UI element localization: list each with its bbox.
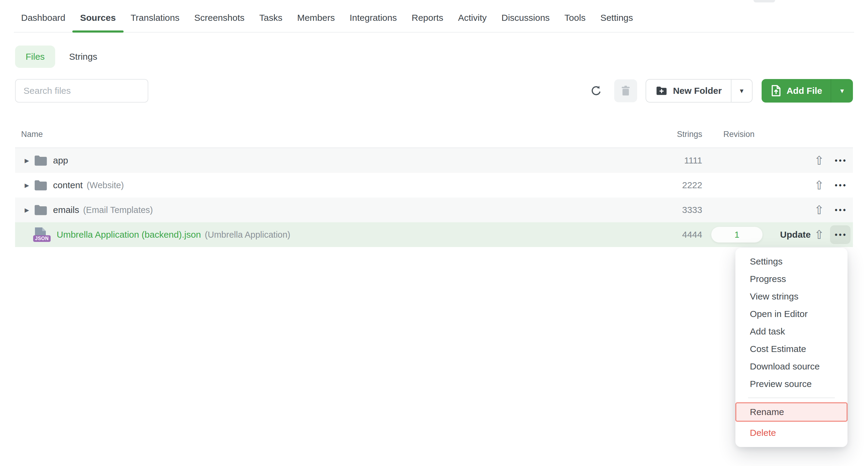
- new-folder-split-button: New Folder ▾: [646, 79, 752, 103]
- header-revision: Revision: [702, 130, 772, 139]
- table-row-folder-emails[interactable]: ▶ emails (Email Templates) 3333 ⇧ •••: [15, 198, 853, 222]
- menu-item-open-in-editor[interactable]: Open in Editor: [735, 305, 847, 323]
- expand-caret-icon[interactable]: ▶: [21, 157, 33, 164]
- nav-screenshots[interactable]: Screenshots: [194, 13, 244, 32]
- menu-item-progress[interactable]: Progress: [735, 270, 847, 288]
- header-name: Name: [15, 130, 663, 139]
- table-header: Name Strings Revision: [15, 130, 853, 148]
- menu-item-cost-estimate[interactable]: Cost Estimate: [735, 340, 847, 358]
- nav-sources[interactable]: Sources: [80, 13, 116, 32]
- revision-badge[interactable]: 1: [711, 227, 763, 242]
- refresh-button[interactable]: [587, 82, 605, 100]
- folder-plus-icon: [655, 84, 668, 97]
- header-strings: Strings: [663, 130, 702, 139]
- menu-item-add-task[interactable]: Add task: [735, 323, 847, 340]
- add-file-dropdown[interactable]: ▾: [831, 79, 853, 103]
- project-nav: Dashboard Sources Translations Screensho…: [14, 0, 854, 33]
- files-toolbar: New Folder ▾ Add File: [15, 79, 853, 103]
- new-folder-button[interactable]: New Folder: [646, 80, 731, 102]
- add-file-split-button: Add File ▾: [762, 79, 853, 103]
- upload-icon[interactable]: ⇧: [814, 203, 824, 217]
- folder-name[interactable]: content: [53, 180, 83, 190]
- row-menu-button-active[interactable]: •••: [830, 225, 850, 244]
- folder-title-suffix: (Email Templates): [83, 205, 153, 215]
- folder-name[interactable]: app: [53, 155, 68, 166]
- folder-icon: [34, 204, 48, 216]
- nav-tasks[interactable]: Tasks: [259, 13, 282, 32]
- json-file-icon: JSON: [33, 228, 51, 241]
- new-folder-dropdown[interactable]: ▾: [731, 80, 752, 102]
- file-title-suffix: (Umbrella Application): [205, 230, 290, 240]
- menu-item-download-source[interactable]: Download source: [735, 358, 847, 375]
- chevron-down-icon: ▾: [840, 87, 844, 95]
- strings-count: 3333: [663, 205, 702, 215]
- add-file-label: Add File: [786, 86, 822, 96]
- expand-caret-icon[interactable]: ▶: [21, 207, 33, 213]
- strings-count: 2222: [663, 180, 702, 190]
- nav-members[interactable]: Members: [297, 13, 335, 32]
- strings-count: 4444: [663, 230, 702, 240]
- table-row-folder-app[interactable]: ▶ app 1111 ⇧ •••: [15, 148, 853, 173]
- refresh-icon: [589, 84, 603, 98]
- nav-tools[interactable]: Tools: [564, 13, 586, 32]
- nav-activity[interactable]: Activity: [458, 13, 487, 32]
- update-link[interactable]: Update: [780, 230, 811, 239]
- delete-selected-button[interactable]: [614, 79, 637, 102]
- nav-settings[interactable]: Settings: [600, 13, 633, 32]
- nav-translations[interactable]: Translations: [130, 13, 179, 32]
- cutoff-top-element: [753, 0, 775, 2]
- row-menu-button[interactable]: •••: [830, 151, 850, 170]
- file-context-menu: Settings Progress View strings Open in E…: [735, 248, 847, 447]
- new-folder-label: New Folder: [673, 86, 722, 96]
- menu-item-view-strings[interactable]: View strings: [735, 288, 847, 305]
- file-name-link[interactable]: Umbrella Application (backend).json: [57, 230, 201, 240]
- folder-title-suffix: (Website): [87, 180, 124, 190]
- nav-reports[interactable]: Reports: [412, 13, 443, 32]
- row-menu-button[interactable]: •••: [830, 176, 850, 195]
- trash-icon: [619, 84, 632, 97]
- upload-icon[interactable]: ⇧: [814, 178, 824, 192]
- nav-dashboard[interactable]: Dashboard: [21, 13, 65, 32]
- nav-integrations[interactable]: Integrations: [350, 13, 397, 32]
- chevron-down-icon: ▾: [740, 87, 744, 95]
- folder-name[interactable]: emails: [53, 205, 79, 215]
- menu-divider: [748, 398, 835, 398]
- menu-item-rename-highlighted[interactable]: Rename: [735, 402, 847, 422]
- expand-caret-icon[interactable]: ▶: [21, 182, 33, 189]
- menu-item-settings[interactable]: Settings: [735, 253, 847, 270]
- menu-item-preview-source[interactable]: Preview source: [735, 375, 847, 393]
- search-input[interactable]: [15, 79, 148, 103]
- table-row-folder-content[interactable]: ▶ content (Website) 2222 ⇧ •••: [15, 173, 853, 198]
- folder-icon: [34, 179, 48, 191]
- row-menu-button[interactable]: •••: [830, 201, 850, 219]
- upload-icon[interactable]: ⇧: [814, 153, 824, 167]
- tab-strings[interactable]: Strings: [69, 52, 97, 62]
- strings-count: 1111: [663, 155, 702, 166]
- tab-files[interactable]: Files: [15, 46, 55, 68]
- folder-icon: [34, 154, 48, 167]
- add-file-button[interactable]: Add File: [762, 79, 831, 103]
- table-row-file-selected[interactable]: JSON Umbrella Application (backend).json…: [15, 222, 853, 247]
- file-upload-icon: [770, 84, 782, 97]
- menu-item-delete[interactable]: Delete: [735, 424, 847, 442]
- nav-discussions[interactable]: Discussions: [501, 13, 550, 32]
- files-table: Name Strings Revision ▶ app 1111 ⇧ ••• ▶: [15, 130, 853, 247]
- upload-icon[interactable]: ⇧: [814, 228, 824, 241]
- view-tabs: Files Strings: [15, 46, 853, 68]
- json-badge: JSON: [33, 235, 51, 242]
